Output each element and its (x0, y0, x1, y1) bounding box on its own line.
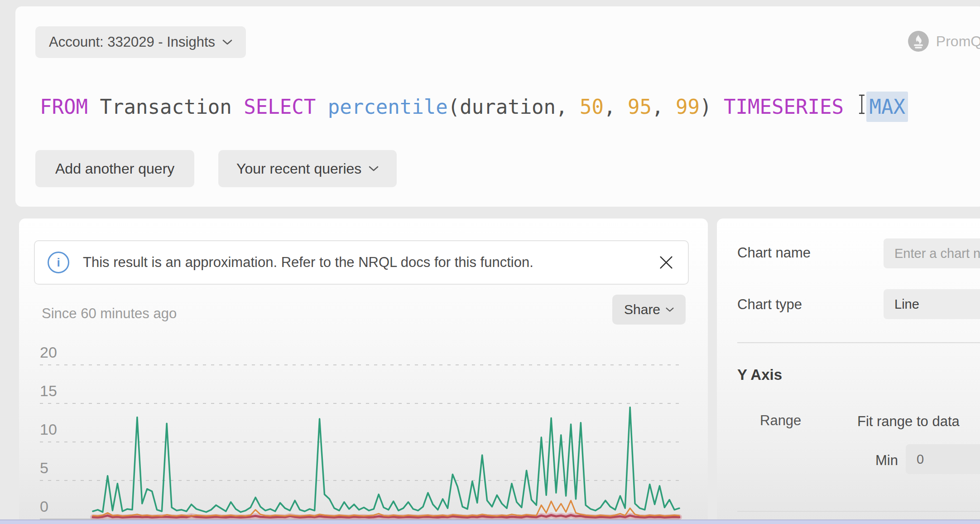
chevron-down-icon (222, 39, 232, 45)
promql-toggle[interactable]: PromQL (907, 30, 980, 53)
chevron-down-icon (369, 166, 379, 172)
query-token: , (652, 95, 676, 118)
query-token: Transaction (100, 95, 244, 118)
query-builder-card: Account: 332029 - Insights PromQL FROM T… (15, 6, 980, 207)
y-axis-tick-label: 15 (40, 382, 57, 400)
chart-type-label: Chart type (737, 296, 802, 313)
chart-name-input[interactable] (884, 238, 980, 268)
min-label: Min (875, 452, 898, 469)
range-label: Range (760, 412, 801, 429)
recent-queries-button[interactable]: Your recent queries (218, 150, 397, 187)
approximation-banner: i This result is an approximation. Refer… (34, 240, 689, 285)
prometheus-icon (907, 30, 930, 53)
close-icon[interactable] (658, 254, 674, 271)
query-token: TIMESERIES (724, 95, 855, 118)
chart-result-card: i This result is an approximation. Refer… (19, 218, 708, 524)
query-token: SELECT (244, 95, 327, 118)
query-token: percentile (328, 95, 448, 118)
account-selector-label: Account: 332029 - Insights (49, 34, 215, 50)
chevron-down-icon (666, 307, 674, 312)
query-token: FROM (40, 95, 100, 118)
divider (737, 342, 980, 343)
chart-settings-panel: Chart name Chart type Line Y Axis Range … (717, 218, 980, 524)
share-label: Share (624, 302, 660, 317)
query-token: MAX (866, 92, 908, 122)
y-axis-section-heading: Y Axis (737, 366, 782, 383)
text-cursor (858, 94, 865, 119)
divider (737, 511, 980, 512)
time-range-label: Since 60 minutes ago (42, 306, 177, 322)
add-another-query-label: Add another query (55, 160, 174, 177)
share-button[interactable]: Share (612, 295, 686, 325)
promql-label: PromQL (936, 33, 980, 50)
chart-name-label: Chart name (737, 245, 811, 261)
y-axis-tick-label: 20 (40, 344, 57, 361)
range-value[interactable]: Fit range to data (857, 413, 960, 430)
series-line-green (93, 408, 679, 512)
timeseries-chart[interactable]: 05101520 (19, 335, 708, 524)
min-input[interactable] (906, 444, 980, 474)
nrql-query-editor[interactable]: FROM Transaction SELECT percentile(durat… (40, 91, 908, 122)
query-token: 95 (628, 95, 652, 118)
recent-queries-label: Your recent queries (236, 160, 361, 177)
chart-type-value: Line (894, 297, 919, 312)
y-axis-tick-label: 0 (40, 498, 48, 515)
query-token: (duration, (448, 95, 580, 118)
y-axis-tick-label: 5 (40, 459, 48, 477)
account-selector-button[interactable]: Account: 332029 - Insights (35, 26, 246, 58)
query-token: 99 (676, 95, 700, 118)
banner-message: This result is an approximation. Refer t… (83, 254, 658, 271)
add-another-query-button[interactable]: Add another query (35, 150, 194, 187)
query-token: , (604, 95, 628, 118)
query-token: ) (700, 95, 724, 118)
y-axis-tick-label: 10 (40, 421, 57, 438)
chart-plot[interactable] (19, 335, 708, 524)
window-bottom-edge (0, 519, 980, 524)
info-icon: i (48, 252, 69, 273)
query-token: 50 (580, 95, 604, 118)
chart-type-select[interactable]: Line (884, 289, 980, 319)
